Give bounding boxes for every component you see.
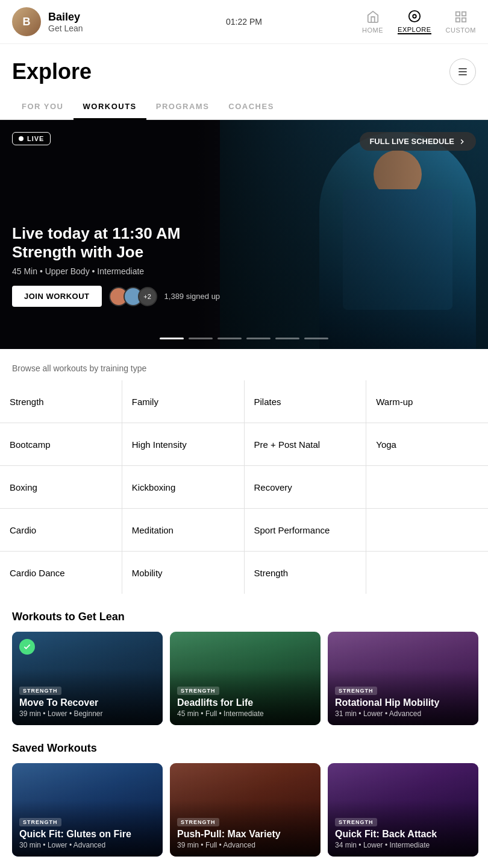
- training-type-kickboxing[interactable]: Kickboxing: [122, 466, 244, 508]
- home-icon: [366, 10, 380, 24]
- page-content: Explore FOR YOU WORKOUTS PROGRAMS COACHE…: [0, 44, 488, 868]
- training-type-strength2[interactable]: Strength: [245, 552, 366, 594]
- workout-card-3[interactable]: STRENGTH Rotational Hip Mobility 31 min …: [328, 632, 478, 725]
- dot-2[interactable]: [189, 338, 213, 339]
- workouts-section-title: Workouts to Get Lean: [12, 611, 125, 623]
- live-text: LIVE: [27, 135, 44, 142]
- saved-card-2[interactable]: STRENGTH Push-Pull: Max Variety 39 min •…: [170, 763, 321, 857]
- training-type-mobility[interactable]: Mobility: [122, 552, 244, 594]
- saved-workout-info-2: STRENGTH Push-Pull: Max Variety 39 min •…: [177, 816, 313, 849]
- saved-meta-3: 34 min • Lower • Intermediate: [335, 841, 471, 849]
- saved-section-header: Saved Workouts: [0, 725, 488, 763]
- saved-workout-info-1: STRENGTH Quick Fit: Glutes on Fire 30 mi…: [19, 816, 155, 849]
- live-dot: [19, 136, 23, 141]
- svg-rect-4: [456, 18, 460, 22]
- saved-scroll[interactable]: STRENGTH Quick Fit: Glutes on Fire 30 mi…: [0, 763, 488, 857]
- saved-card-3[interactable]: STRENGTH Quick Fit: Back Attack 34 min •…: [328, 763, 478, 857]
- workout-title-1: Move To Recover: [19, 697, 155, 708]
- top-bar: B Bailey Get Lean 01:22 PM HOME: [0, 0, 488, 44]
- training-type-cardio[interactable]: Cardio: [0, 509, 122, 551]
- nav-explore[interactable]: EXPLORE: [398, 9, 431, 34]
- dot-5[interactable]: [275, 338, 299, 339]
- saved-title-1: Quick Fit: Glutes on Fire: [19, 829, 155, 840]
- svg-point-0: [409, 11, 420, 22]
- main-nav: HOME EXPLORE CUSTOM: [362, 9, 476, 34]
- training-type-bootcamp[interactable]: Bootcamp: [0, 423, 122, 465]
- training-type-warmup[interactable]: Warm-up: [366, 380, 488, 423]
- participant-avatars: +2: [109, 287, 157, 306]
- tab-workouts[interactable]: WORKOUTS: [74, 95, 146, 120]
- saved-title-3: Quick Fit: Back Attack: [335, 829, 471, 840]
- live-banner[interactable]: LIVE FULL LIVE SCHEDULE Live today at 11…: [0, 120, 488, 349]
- saved-badge-1: STRENGTH: [19, 818, 61, 826]
- nav-home[interactable]: HOME: [362, 10, 383, 34]
- saved-title-2: Push-Pull: Max Variety: [177, 829, 313, 840]
- dot-6[interactable]: [304, 338, 328, 339]
- filter-icon: [457, 66, 469, 78]
- svg-rect-2: [456, 12, 460, 16]
- filter-button[interactable]: [449, 58, 476, 85]
- training-type-recovery[interactable]: Recovery: [245, 466, 366, 508]
- tab-programs[interactable]: PROGRAMS: [146, 95, 219, 120]
- user-name: Bailey: [48, 11, 83, 24]
- tab-bar: FOR YOU WORKOUTS PROGRAMS COACHES: [0, 95, 488, 120]
- page-title: Explore: [12, 59, 92, 84]
- custom-icon: [454, 10, 468, 24]
- training-type-yoga[interactable]: Yoga: [366, 423, 488, 465]
- user-profile[interactable]: B Bailey Get Lean: [12, 7, 83, 36]
- training-type-empty-2: [366, 509, 488, 551]
- tab-coaches[interactable]: COACHES: [219, 95, 284, 120]
- carousel-dots: [160, 338, 328, 339]
- tab-for-you[interactable]: FOR YOU: [12, 95, 74, 120]
- workouts-scroll[interactable]: STRENGTH Move To Recover 39 min • Lower …: [0, 632, 488, 725]
- training-type-grid: Strength Family Pilates Warm-up Bootcamp…: [0, 380, 488, 594]
- workout-badge-3: STRENGTH: [335, 687, 377, 695]
- workout-meta-1: 39 min • Lower • Beginner: [19, 709, 155, 718]
- training-type-boxing[interactable]: Boxing: [0, 466, 122, 508]
- workout-card-1[interactable]: STRENGTH Move To Recover 39 min • Lower …: [12, 632, 163, 725]
- training-type-high-intensity[interactable]: High Intensity: [122, 423, 244, 465]
- workout-info-3: STRENGTH Rotational Hip Mobility 31 min …: [335, 684, 471, 718]
- dot-4[interactable]: [246, 338, 271, 339]
- training-type-empty-1: [366, 466, 488, 508]
- user-info: Bailey Get Lean: [48, 11, 83, 33]
- svg-point-1: [413, 14, 416, 18]
- training-type-strength[interactable]: Strength: [0, 380, 122, 423]
- saved-meta-1: 30 min • Lower • Advanced: [19, 841, 155, 849]
- workout-badge-1: STRENGTH: [19, 687, 61, 695]
- avatar: B: [12, 7, 41, 36]
- training-type-family[interactable]: Family: [122, 380, 244, 423]
- svg-rect-5: [462, 18, 466, 22]
- saved-section-title: Saved Workouts: [12, 742, 97, 755]
- nav-custom[interactable]: CUSTOM: [446, 10, 476, 34]
- workout-meta-3: 31 min • Lower • Advanced: [335, 709, 471, 718]
- dot-1[interactable]: [160, 338, 184, 339]
- avatar-image: B: [12, 7, 41, 36]
- live-title-line2: Strength with Joe: [12, 243, 143, 261]
- user-plan: Get Lean: [48, 24, 83, 33]
- join-workout-button[interactable]: JOIN WORKOUT: [12, 286, 102, 307]
- saved-badge-2: STRENGTH: [177, 818, 219, 826]
- saved-badge-3: STRENGTH: [335, 818, 377, 826]
- schedule-label: FULL LIVE SCHEDULE: [369, 137, 454, 146]
- workouts-section-header: Workouts to Get Lean: [0, 594, 488, 632]
- saved-meta-2: 39 min • Full • Advanced: [177, 841, 313, 849]
- training-type-sport-performance[interactable]: Sport Performance: [245, 509, 366, 551]
- live-indicator: LIVE: [12, 132, 51, 145]
- chevron-right-icon: [458, 137, 466, 146]
- saved-card-1[interactable]: STRENGTH Quick Fit: Glutes on Fire 30 mi…: [12, 763, 163, 857]
- live-meta: 45 Min • Upper Body • Intermediate: [12, 266, 244, 276]
- training-type-cardio-dance[interactable]: Cardio Dance: [0, 552, 122, 594]
- nav-explore-label: EXPLORE: [398, 26, 431, 33]
- training-type-prenatal[interactable]: Pre + Post Natal: [245, 423, 366, 465]
- training-type-meditation[interactable]: Meditation: [122, 509, 244, 551]
- nav-custom-label: CUSTOM: [446, 27, 476, 34]
- workout-card-2[interactable]: STRENGTH Deadlifts for Life 45 min • Ful…: [170, 632, 321, 725]
- training-type-pilates[interactable]: Pilates: [245, 380, 366, 423]
- workout-badge-2: STRENGTH: [177, 687, 219, 695]
- workout-title-3: Rotational Hip Mobility: [335, 697, 471, 708]
- schedule-button[interactable]: FULL LIVE SCHEDULE: [360, 132, 476, 151]
- saved-workout-info-3: STRENGTH Quick Fit: Back Attack 34 min •…: [335, 816, 471, 849]
- completed-checkmark: [19, 639, 35, 655]
- dot-3[interactable]: [217, 338, 242, 339]
